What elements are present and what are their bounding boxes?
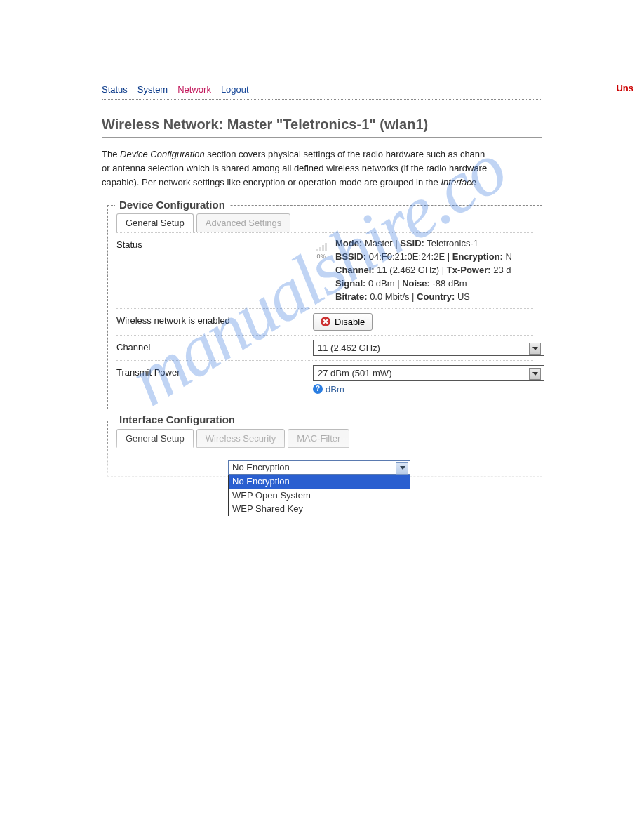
status-details: Mode: Master | SSID: Teletronics-1 BSSID… [335, 237, 512, 303]
device-legend: Device Configuration [115, 199, 229, 211]
disable-button[interactable]: Disable [313, 313, 373, 331]
top-nav: Status System Network Logout Uns [102, 84, 542, 100]
unsaved-changes-indicator: Uns [616, 83, 633, 93]
channel-label: Channel [116, 340, 313, 352]
nav-status[interactable]: Status [102, 84, 128, 95]
tab-mac-filter[interactable]: MAC-Filter [288, 429, 349, 448]
nav-network[interactable]: Network [177, 84, 211, 95]
tab-advanced-settings[interactable]: Advanced Settings [196, 213, 290, 232]
txpower-hint: ? dBm [313, 384, 544, 395]
nav-logout[interactable]: Logout [221, 84, 249, 95]
info-icon: ? [313, 384, 323, 394]
device-configuration-box: Device Configuration General Setup Advan… [107, 205, 542, 409]
encryption-options-list: No Encryption WEP Open System WEP Shared… [228, 474, 410, 516]
encryption-option[interactable]: No Encryption [229, 475, 410, 489]
channel-select[interactable]: 11 (2.462 GHz) [313, 340, 544, 356]
encryption-option[interactable]: WEP Shared Key [229, 502, 410, 516]
interface-legend: Interface Configuration [115, 413, 239, 425]
enabled-label: Wireless network is enabled [116, 313, 313, 326]
status-label: Status [116, 237, 313, 250]
nav-system[interactable]: System [137, 84, 168, 95]
txpower-select[interactable]: 27 dBm (501 mW) [313, 365, 544, 381]
encryption-dropdown: No Encryption No Encryption WEP Open Sys… [228, 460, 410, 516]
txpower-label: Transmit Power [116, 365, 313, 378]
tab-wireless-security[interactable]: Wireless Security [196, 429, 285, 448]
intro-text: The Device Configuration section covers … [102, 147, 542, 190]
disable-icon [321, 317, 330, 326]
encryption-select[interactable]: No Encryption [228, 460, 410, 475]
signal-icon: 0% [313, 243, 330, 261]
tab-general-setup[interactable]: General Setup [116, 213, 194, 232]
page-title: Wireless Network: Master "Teletronics-1"… [102, 117, 542, 138]
encryption-option[interactable]: WEP Open System [229, 489, 410, 503]
tab-iface-general[interactable]: General Setup [116, 429, 194, 448]
